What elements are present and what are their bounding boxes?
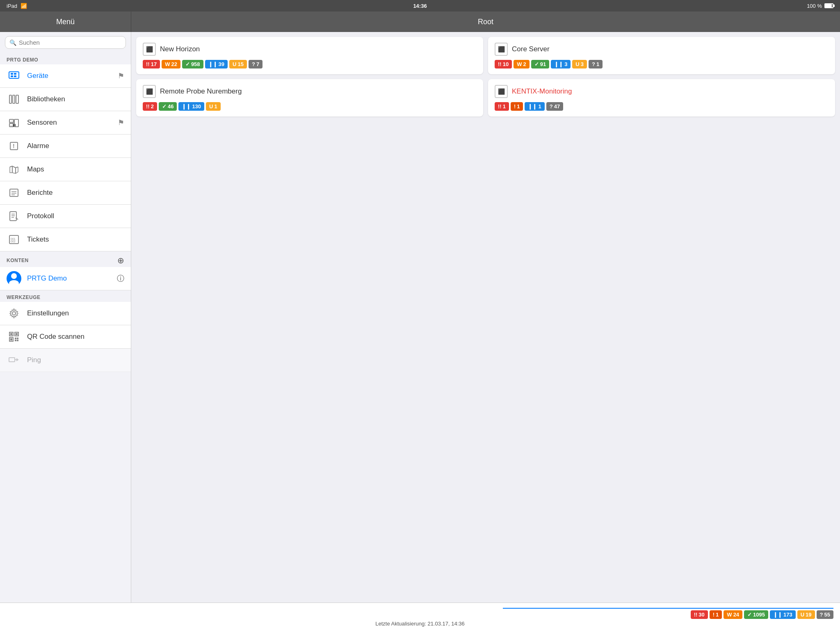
sidebar-item-einstellungen[interactable]: Einstellungen — [0, 302, 131, 325]
header-menu-title: Menü — [0, 11, 131, 32]
svg-rect-30 — [10, 333, 12, 335]
badge-warning: W 22 — [162, 60, 180, 68]
account-avatar — [7, 271, 21, 286]
sidebar-item-protokoll-label: Protokoll — [27, 212, 124, 220]
status-bar: iPad 📶 14:36 100 % — [0, 0, 840, 11]
sidebar: 🔍 PRTG DEMO Geräte ⚑ — [0, 32, 131, 603]
svg-rect-2 — [11, 75, 13, 77]
main-layout: 🔍 PRTG DEMO Geräte ⚑ — [0, 32, 840, 603]
footer-badge-warning: W 24 — [724, 610, 742, 619]
sidebar-item-qr-code[interactable]: QR Code scannen — [0, 325, 131, 349]
svg-rect-7 — [16, 95, 18, 103]
sidebar-item-einstellungen-label: Einstellungen — [27, 309, 124, 317]
probe-card-new-horizon[interactable]: ⬛ New Horizon !! 17 W 22 ✓ 958 ❙❙ 39 U 1… — [136, 37, 483, 74]
svg-rect-37 — [15, 340, 16, 341]
search-input[interactable] — [19, 39, 121, 46]
badge-error: !! 17 — [143, 60, 160, 68]
footer-bar: !! 30 ! 1 W 24 ✓ 1095 ❙❙ 173 U 19 ? 55 L… — [0, 603, 840, 630]
footer-badge-error2: ! 1 — [710, 610, 722, 619]
svg-text:002: 002 — [11, 240, 16, 243]
section-prtg-demo: PRTG DEMO — [0, 53, 131, 64]
svg-rect-3 — [14, 73, 16, 75]
svg-point-26 — [11, 273, 17, 279]
badge-paused: ❙❙ 130 — [178, 102, 204, 111]
sidebar-item-ping-label: Ping — [27, 356, 124, 364]
footer-badges: !! 30 ! 1 W 24 ✓ 1095 ❙❙ 173 U 19 ? 55 — [7, 610, 833, 619]
svg-rect-5 — [9, 95, 11, 103]
status-bar-time: 14:36 — [413, 3, 427, 9]
search-box[interactable]: 🔍 — [5, 36, 126, 49]
sidebar-item-maps-label: Maps — [27, 165, 124, 173]
protokoll-icon — [7, 209, 21, 224]
probe-card-remote-probe-nuremberg[interactable]: ⬛ Remote Probe Nuremberg !! 2 ✓ 46 ❙❙ 13… — [136, 79, 483, 116]
sidebar-item-bibliotheken-label: Bibliotheken — [27, 95, 124, 103]
svg-rect-6 — [13, 95, 15, 103]
probe-card-kentix-monitoring[interactable]: ⬛ KENTIX-Monitoring !! 1 ! 1 ❙❙ 1 ? 47 — [488, 79, 835, 116]
svg-rect-38 — [17, 340, 18, 341]
status-bar-right: 100 % — [807, 3, 833, 9]
sidebar-item-bibliotheken[interactable]: Bibliotheken — [0, 88, 131, 111]
sidebar-item-alarme[interactable]: ! Alarme — [0, 135, 131, 158]
badge-unknown: U 1 — [206, 102, 221, 111]
probe-card-core-server[interactable]: ⬛ Core Server !! 10 W 2 ✓ 91 ❙❙ 3 U 3 ? … — [488, 37, 835, 74]
footer-badge-error: !! 30 — [691, 610, 708, 619]
battery-percent: 100 % — [807, 3, 822, 9]
svg-rect-19 — [10, 212, 16, 221]
badge-error: !! 1 — [495, 102, 509, 111]
svg-text:!: ! — [13, 143, 15, 149]
footer-badge-ok: ✓ 1095 — [744, 610, 768, 619]
sidebar-item-berichte[interactable]: Berichte — [0, 181, 131, 205]
probe-icon-core-server: ⬛ — [495, 43, 508, 56]
probe-name-core-server: Core Server — [512, 45, 550, 53]
badge-paused: ❙❙ 1 — [525, 102, 544, 111]
account-info-button[interactable]: ⓘ — [117, 274, 124, 283]
tickets-icon: 001 002 — [7, 232, 21, 247]
probe-icon-new-horizon: ⬛ — [143, 43, 156, 56]
footer-badge-paused: ❙❙ 173 — [770, 610, 796, 619]
svg-point-27 — [9, 280, 19, 286]
svg-rect-35 — [15, 338, 16, 339]
badge-paused: ❙❙ 39 — [205, 60, 228, 68]
sidebar-item-qr-code-label: QR Code scannen — [27, 333, 124, 341]
ping-icon — [7, 353, 21, 368]
probe-name-new-horizon: New Horizon — [160, 45, 200, 53]
probe-icon-kentix-monitoring: ⬛ — [495, 85, 508, 98]
svg-rect-4 — [14, 75, 16, 77]
sidebar-item-tickets[interactable]: 001 002 Tickets — [0, 228, 131, 251]
probe-card-core-server-header: ⬛ Core Server — [495, 43, 829, 56]
svg-rect-36 — [17, 338, 18, 339]
maps-icon — [7, 162, 21, 177]
account-item-prtg-demo[interactable]: PRTG Demo ⓘ — [0, 267, 131, 290]
sidebar-item-ping[interactable]: Ping — [0, 349, 131, 372]
probe-badges-core-server: !! 10 W 2 ✓ 91 ❙❙ 3 U 3 ? 1 — [495, 60, 829, 68]
sidebar-item-sensoren-label: Sensoren — [27, 119, 112, 127]
probe-badges-new-horizon: !! 17 W 22 ✓ 958 ❙❙ 39 U 15 ? 7 — [143, 60, 477, 68]
badge-error2: ! 1 — [511, 102, 523, 111]
sidebar-item-sensoren[interactable]: ✓W U ⬛ Sensoren ⚑ — [0, 111, 131, 135]
probe-card-new-horizon-header: ⬛ New Horizon — [143, 43, 477, 56]
sidebar-item-alarme-label: Alarme — [27, 142, 124, 150]
sidebar-item-tickets-label: Tickets — [27, 235, 124, 244]
footer-progress-bar — [503, 608, 833, 609]
section-werkzeuge: WERKZEUGE — [0, 290, 131, 302]
sidebar-item-maps[interactable]: Maps — [0, 158, 131, 181]
section-konten-header: KONTEN ⊕ — [0, 251, 131, 267]
header-root-title: Root — [131, 11, 840, 32]
probe-card-remote-probe-nuremberg-header: ⬛ Remote Probe Nuremberg — [143, 85, 477, 98]
battery-icon — [824, 3, 833, 8]
probe-badges-remote-probe-nuremberg: !! 2 ✓ 46 ❙❙ 130 U 1 — [143, 102, 477, 111]
svg-rect-34 — [10, 338, 12, 340]
sidebar-item-protokoll[interactable]: Protokoll — [0, 205, 131, 228]
svg-point-28 — [12, 312, 16, 315]
alarme-icon: ! — [7, 139, 21, 153]
probe-badges-kentix-monitoring: !! 1 ! 1 ❙❙ 1 ? 47 — [495, 102, 829, 111]
sidebar-item-berichte-label: Berichte — [27, 189, 124, 197]
footer-badge-unknown: U 19 — [797, 610, 815, 619]
footer-badge-other: ? 55 — [817, 610, 833, 619]
badge-unknown: U 3 — [572, 60, 587, 68]
badge-ok: ✓ 46 — [159, 102, 177, 111]
status-bar-left: iPad 📶 — [7, 3, 27, 9]
sidebar-item-geraete[interactable]: Geräte ⚑ — [0, 64, 131, 88]
add-account-button[interactable]: ⊕ — [117, 256, 124, 265]
content-area: ⬛ New Horizon !! 17 W 22 ✓ 958 ❙❙ 39 U 1… — [131, 32, 840, 603]
